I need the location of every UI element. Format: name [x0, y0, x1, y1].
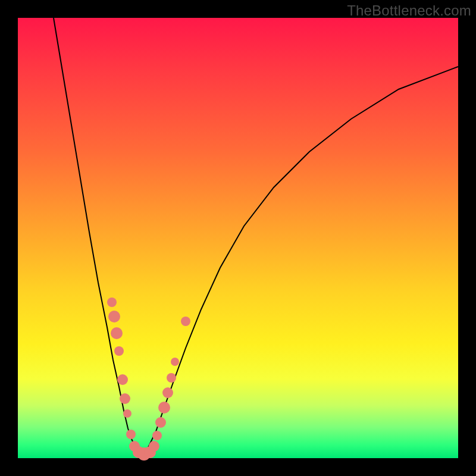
scatter-dot	[149, 441, 159, 452]
scatter-dot	[171, 358, 179, 366]
scatter-dot	[114, 346, 124, 356]
scatter-dot	[126, 430, 136, 439]
scatter-dot	[167, 373, 176, 383]
scatter-dot	[181, 317, 190, 326]
plot-area	[18, 18, 458, 458]
scatter-dot	[117, 374, 128, 385]
scatter-dot	[108, 311, 120, 322]
scatter-dot	[152, 431, 162, 440]
watermark-text: TheBottleneck.com	[347, 2, 471, 19]
scatter-dot	[123, 409, 131, 418]
scatter-dot	[120, 393, 130, 404]
scatter-dots	[107, 298, 190, 461]
scatter-dot	[107, 298, 117, 307]
scatter-dot	[162, 387, 173, 398]
scatter-dot	[111, 327, 123, 339]
curve-layer	[18, 18, 458, 458]
scatter-dot	[158, 402, 170, 414]
scatter-dot	[155, 417, 166, 428]
v-curve-left	[54, 18, 143, 455]
v-curve-right	[143, 67, 458, 455]
chart-frame: TheBottleneck.com	[0, 0, 476, 476]
